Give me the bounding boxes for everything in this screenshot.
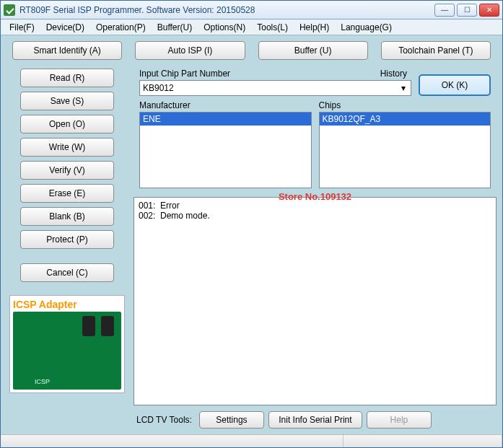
buffer-button[interactable]: Buffer (U) [258,41,368,60]
app-icon [4,4,15,16]
input-chip-label: Input Chip Part Number [139,69,230,79]
menubar: File(F) Device(D) Operation(P) Buffer(U)… [1,19,502,35]
chip-select-group: Input Chip Part Number History KB9012 ▾ … [134,64,497,193]
chips-label: Chips [319,100,491,110]
maximize-button[interactable]: ☐ [457,4,477,17]
history-label: History [380,69,411,79]
chip-part-combo[interactable]: KB9012 ▾ [139,80,411,96]
watermark-text: Store No.109132 [279,191,351,202]
verify-button[interactable]: Verify (V) [20,161,114,180]
settings-button[interactable]: Settings [199,411,264,429]
menu-options[interactable]: Options(N) [198,20,251,35]
menu-file[interactable]: File(F) [4,20,40,35]
close-button[interactable]: ✕ [479,4,499,17]
top-button-row: Smart Identify (A) Auto ISP (I) Buffer (… [1,35,502,64]
right-column: Input Chip Part Number History KB9012 ▾ … [134,64,497,430]
write-button[interactable]: Write (W) [20,138,114,157]
menu-language[interactable]: Language(G) [335,20,398,35]
list-item[interactable]: KB9012QF_A3 [320,113,491,126]
manufacturer-list[interactable]: ENE [139,112,312,188]
log-output[interactable]: 001: Error 002: Demo mode. [134,197,497,405]
manufacturer-label: Manufacturer [139,100,312,110]
toolchain-panel-button[interactable]: Toolchain Panel (T) [381,41,491,60]
adapter-label: ICSP Adapter [13,299,121,310]
chip-part-value: KB9012 [143,83,174,93]
auto-isp-button[interactable]: Auto ISP (I) [135,41,245,60]
dropdown-arrow-icon: ▾ [398,82,409,94]
cancel-button[interactable]: Cancel (C) [20,263,114,282]
left-column: Read (R) Save (S) Open (O) Write (W) Ver… [6,64,128,430]
minimize-button[interactable]: — [434,4,455,17]
read-button[interactable]: Read (R) [20,69,114,87]
window-title: RT809F Serial ISP Programmer. Software V… [19,5,434,15]
bottom-toolbar: LCD TV Tools: Settings Init Info Serial … [134,410,497,430]
save-button[interactable]: Save (S) [20,92,114,110]
smart-identify-button[interactable]: Smart Identify (A) [12,41,122,60]
titlebar: RT809F Serial ISP Programmer. Software V… [1,1,502,19]
erase-button[interactable]: Erase (E) [20,184,114,203]
adapter-image-box: ICSP Adapter [9,295,125,393]
adapter-pcb-image [13,312,121,390]
lcd-tools-label: LCD TV Tools: [134,415,195,425]
menu-device[interactable]: Device(D) [40,20,90,35]
blank-button[interactable]: Blank (B) [20,207,114,226]
open-button[interactable]: Open (O) [20,115,114,133]
menu-operation[interactable]: Operation(P) [90,20,152,35]
list-item[interactable]: ENE [140,113,311,126]
menu-buffer[interactable]: Buffer(U) [152,20,198,35]
menu-help[interactable]: Help(H) [294,20,335,35]
help-button[interactable]: Help [367,411,432,429]
ok-button[interactable]: OK (K) [419,74,491,96]
menu-tools[interactable]: Tools(L) [251,20,294,35]
init-info-button[interactable]: Init Info Serial Print [268,411,362,429]
statusbar [1,434,502,447]
chips-list[interactable]: KB9012QF_A3 [319,112,491,188]
protect-button[interactable]: Protect (P) [20,230,114,249]
app-window: RT809F Serial ISP Programmer. Software V… [0,0,503,448]
